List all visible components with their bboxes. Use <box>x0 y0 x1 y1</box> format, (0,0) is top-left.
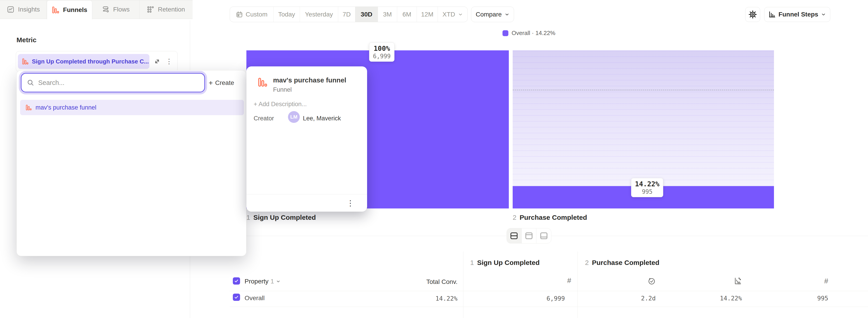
select-all-checkbox[interactable] <box>233 277 240 285</box>
chart-settings-button[interactable] <box>745 7 760 22</box>
legend-swatch <box>502 30 508 36</box>
date-range-custom[interactable]: Custom <box>230 7 274 22</box>
tab-funnels[interactable]: Funnels <box>47 0 92 20</box>
row-step2-count: 995 <box>817 295 828 302</box>
date-range-label: 3M <box>383 11 392 18</box>
step1-conversion-pct: 100% <box>373 44 391 52</box>
date-range-label: 30D <box>361 11 372 18</box>
step2-metric-icons: # <box>578 275 836 287</box>
metric-section-label: Metric <box>17 36 36 44</box>
layout-split-view-button[interactable] <box>507 228 522 243</box>
expand-metric-icon[interactable] <box>153 58 161 65</box>
time-to-convert-icon <box>648 277 656 285</box>
step-name: Purchase Completed <box>592 259 659 267</box>
step-number: 1 <box>246 214 250 221</box>
count-icon: # <box>824 277 828 285</box>
total-conv-header: Total Conv. <box>367 278 458 285</box>
create-button[interactable]: + Create <box>209 78 234 88</box>
date-range-xtd[interactable]: XTD <box>438 7 467 22</box>
tab-label: Retention <box>158 6 185 13</box>
row-step1-count: 6,999 <box>463 295 571 302</box>
chart-view-icon <box>525 232 533 240</box>
dropoff-gridline <box>513 90 774 90</box>
visualization-label: Funnel Steps <box>778 11 818 18</box>
step1-count-metric-icon[interactable]: # <box>463 277 571 285</box>
tab-insights[interactable]: Insights <box>0 0 47 19</box>
metric-kebab-menu[interactable]: ⋮ <box>166 58 173 65</box>
gear-icon <box>748 10 757 19</box>
creator-label: Creator <box>254 115 274 122</box>
search-input[interactable] <box>38 79 192 86</box>
table-header-step2: 2 Purchase Completed <box>585 259 659 267</box>
funnel-steps-icon <box>769 11 776 18</box>
chevron-down-icon <box>276 279 281 284</box>
chevron-down-icon <box>504 12 509 17</box>
layout-chart-view-button[interactable] <box>522 228 537 243</box>
legend-label: Overall · 14.22% <box>512 30 555 37</box>
compare-button[interactable]: Compare <box>471 6 514 22</box>
tab-label: Flows <box>113 6 129 13</box>
step2-rate-metric[interactable] <box>664 275 750 287</box>
card-type-label: Funnel <box>273 86 292 93</box>
date-range-yesterday[interactable]: Yesterday <box>300 7 338 22</box>
table-row-divider <box>230 307 868 307</box>
step-number: 2 <box>513 214 517 221</box>
row-step2-avg-time: 2.2d <box>641 295 656 302</box>
step1-axis-label: 1 Sign Up Completed <box>246 214 316 221</box>
check-icon <box>234 279 239 283</box>
chevron-down-icon <box>458 12 463 17</box>
create-label: Create <box>215 79 234 86</box>
date-range-6m[interactable]: 6M <box>397 7 417 22</box>
date-range-3m[interactable]: 3M <box>378 7 397 22</box>
add-description-button[interactable]: + Add Description... <box>254 101 307 108</box>
date-range-30d[interactable]: 30D <box>355 7 378 22</box>
step2-value-badge: 14.22% 995 <box>631 178 663 197</box>
search-field <box>21 73 205 93</box>
funnels-icon <box>52 6 59 14</box>
step2-axis-label: 2 Purchase Completed <box>513 214 587 221</box>
tab-label: Funnels <box>63 6 87 13</box>
card-kebab-menu[interactable]: ⋮ <box>346 199 354 207</box>
funnel-result-icon <box>26 104 32 111</box>
step2-conversion-pct: 14.22% <box>635 180 659 188</box>
calendar-icon <box>236 11 243 18</box>
tab-flows[interactable]: Flows <box>92 0 140 19</box>
creator-avatar: LM <box>288 111 300 123</box>
tab-retention[interactable]: Retention <box>140 0 192 19</box>
funnel-dropoff-step2[interactable] <box>513 50 774 186</box>
step-number: 2 <box>585 259 589 267</box>
layout-toggle <box>506 228 551 244</box>
metric-card: Sign Up Completed through Purchase C... … <box>16 51 178 72</box>
plus-icon: + <box>209 79 213 87</box>
layout-table-view-button[interactable] <box>536 228 551 243</box>
search-result-funnel[interactable]: mav's purchase funnel <box>20 100 244 115</box>
step2-time-metric[interactable] <box>578 275 664 287</box>
date-range-7d[interactable]: 7D <box>338 7 355 22</box>
metric-pill[interactable]: Sign Up Completed through Purchase C... <box>18 54 149 69</box>
result-label: mav's purchase funnel <box>35 104 96 111</box>
row-name[interactable]: Overall <box>245 294 265 302</box>
step-name: Sign Up Completed <box>253 214 316 221</box>
date-range-label: Yesterday <box>305 11 333 18</box>
property-index: 1 <box>271 278 274 285</box>
report-tabs: Insights Funnels Flows Retention <box>0 0 193 19</box>
step1-value-badge: 100% 6,999 <box>369 42 395 62</box>
funnel-preview-card: mav's purchase funnel Funnel + Add Descr… <box>246 66 367 212</box>
property-selector[interactable]: Property 1 <box>245 278 281 285</box>
row-checkbox-overall[interactable] <box>233 294 240 301</box>
creator-name: Lee, Maverick <box>303 115 341 122</box>
step2-count-metric[interactable]: # <box>750 275 836 287</box>
insights-icon <box>7 6 14 13</box>
date-range-label: XTD <box>442 11 455 18</box>
date-range-today[interactable]: Today <box>274 7 300 22</box>
tab-label: Insights <box>18 6 40 13</box>
funnel-metric-icon <box>22 58 29 65</box>
step1-count: 6,999 <box>373 53 391 60</box>
step-name: Purchase Completed <box>520 214 587 221</box>
row-step2-cells: 2.2d 14.22% 995 <box>578 293 836 303</box>
retention-icon <box>147 6 154 13</box>
date-range-label: Custom <box>246 11 268 18</box>
visualization-selector[interactable]: Funnel Steps <box>764 7 830 22</box>
date-range-12m[interactable]: 12M <box>417 7 438 22</box>
search-icon <box>27 79 34 86</box>
